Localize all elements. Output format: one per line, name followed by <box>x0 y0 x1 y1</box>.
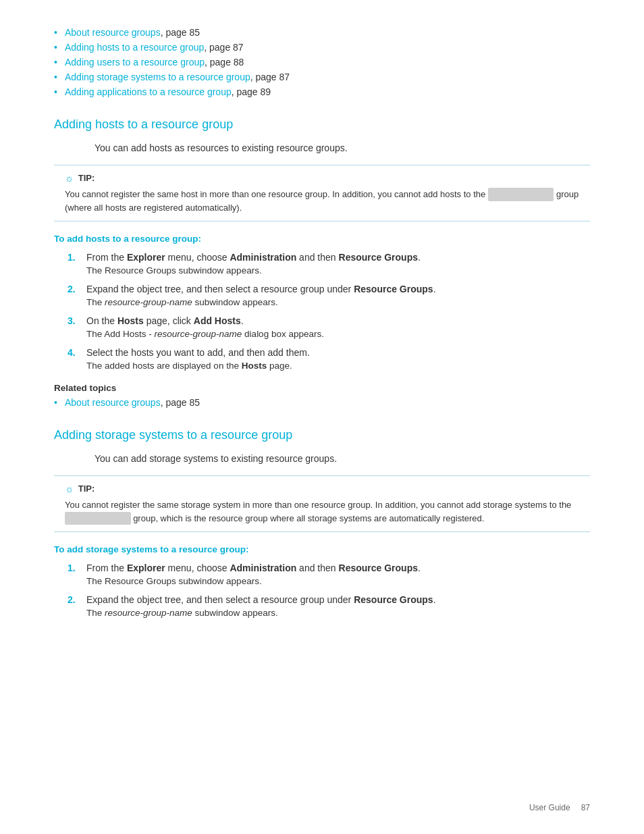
related-about-link[interactable]: About resource groups <box>65 397 161 408</box>
list-item: Adding hosts to a resource group, page 8… <box>54 42 590 53</box>
page: About resource groups, page 85 Adding ho… <box>0 0 644 834</box>
step-text-2: Expand the object tree, and then select … <box>86 284 436 294</box>
tip-box-1: ☼ TIP: You cannot register the same host… <box>54 165 590 221</box>
tip-body-1: You cannot register the same host in mor… <box>65 188 579 214</box>
step-num-2: 2. <box>68 284 80 294</box>
italic-text: resource-group-name <box>155 329 242 339</box>
step-num-1: 1. <box>68 252 80 263</box>
tip-icon-1: ☼ <box>65 172 74 184</box>
related-topics-item: About resource groups, page 85 <box>54 397 590 408</box>
step-3: 3. On the Hosts page, click Add Hosts. T… <box>68 315 590 339</box>
related-topics-1: Related topics About resource groups, pa… <box>54 383 590 408</box>
section2-subheading: To add storage systems to a resource gro… <box>54 544 590 554</box>
adding-applications-link[interactable]: Adding applications to a resource group <box>65 86 232 97</box>
blurred-1 <box>488 188 554 201</box>
step-text-3: On the Hosts page, click Add Hosts. <box>86 315 244 326</box>
related-suffix: , page 85 <box>161 397 200 408</box>
list-item-suffix: , page 89 <box>232 86 271 97</box>
about-resource-groups-link[interactable]: About resource groups <box>65 27 161 38</box>
section1-subheading: To add hosts to a resource group: <box>54 234 590 244</box>
footer-label: User Guide <box>529 803 570 812</box>
s2-step-num-2: 2. <box>68 594 80 605</box>
step-sub-3: The Add Hosts - resource-group-name dial… <box>86 329 590 339</box>
footer-page: 87 <box>581 803 590 812</box>
step-4: 4. Select the hosts you want to add, and… <box>68 347 590 371</box>
italic-text: resource-group-name <box>105 297 192 307</box>
list-item-suffix: , page 88 <box>205 57 244 68</box>
tip-header-1: ☼ TIP: <box>65 172 579 184</box>
italic-text: resource-group-name <box>105 608 192 618</box>
tip-label-1: TIP: <box>78 173 95 183</box>
s2-step-2: 2. Expand the object tree, and then sele… <box>68 594 590 618</box>
step-content-2: Expand the object tree, and then select … <box>86 284 590 307</box>
step-sub-4: The added hosts are displayed on the Hos… <box>86 361 590 371</box>
s2-step-sub-1: The Resource Groups subwindow appears. <box>86 576 590 586</box>
list-item: Adding users to a resource group, page 8… <box>54 57 590 68</box>
step-bold: Hosts <box>242 361 267 371</box>
step-text-4: Select the hosts you want to add, and th… <box>86 347 310 358</box>
step-text-1: From the Explorer menu, choose Administr… <box>86 252 421 263</box>
list-item: Adding storage systems to a resource gro… <box>54 72 590 82</box>
s2-step-1: 1. From the Explorer menu, choose Admini… <box>68 563 590 586</box>
list-item: Adding applications to a resource group,… <box>54 86 590 97</box>
step-content-3: On the Hosts page, click Add Hosts. The … <box>86 315 590 339</box>
step-bold: Administration <box>230 252 296 263</box>
tip-header-2: ☼ TIP: <box>65 483 579 494</box>
tip-box-2: ☼ TIP: You cannot register the same stor… <box>54 475 590 532</box>
related-topics-list: About resource groups, page 85 <box>54 397 590 408</box>
step-bold: Resource Groups <box>339 563 418 573</box>
step-bold: Resource Groups <box>339 252 418 263</box>
related-topics-label: Related topics <box>54 383 590 393</box>
step-bold: Hosts <box>117 315 144 326</box>
step-sub-1: The Resource Groups subwindow appears. <box>86 265 590 276</box>
list-item-suffix: , page 87 <box>250 72 290 82</box>
s2-step-num-1: 1. <box>68 563 80 573</box>
step-bold: Administration <box>230 563 296 573</box>
list-item: About resource groups, page 85 <box>54 27 590 38</box>
tip-label-2: TIP: <box>78 484 95 494</box>
blurred-2 <box>65 512 131 525</box>
s2-step-sub-2: The resource-group-name subwindow appear… <box>86 608 590 618</box>
step-1: 1. From the Explorer menu, choose Admini… <box>68 252 590 276</box>
step-2: 2. Expand the object tree, and then sele… <box>68 284 590 307</box>
step-bold: Add Hosts <box>194 315 241 326</box>
adding-storage-link[interactable]: Adding storage systems to a resource gro… <box>65 72 250 82</box>
step-bold: Resource Groups <box>354 594 433 605</box>
section2-heading: Adding storage systems to a resource gro… <box>54 428 590 442</box>
s2-step-text-2: Expand the object tree, and then select … <box>86 594 436 605</box>
list-item-suffix: , page 87 <box>204 42 243 53</box>
step-sub-2: The resource-group-name subwindow appear… <box>86 297 590 307</box>
s2-step-text-1: From the Explorer menu, choose Administr… <box>86 563 421 573</box>
adding-users-link[interactable]: Adding users to a resource group <box>65 57 205 68</box>
section1-steps: 1. From the Explorer menu, choose Admini… <box>68 252 590 371</box>
step-num-4: 4. <box>68 347 80 358</box>
step-bold: Resource Groups <box>354 284 433 294</box>
adding-hosts-link[interactable]: Adding hosts to a resource group <box>65 42 204 53</box>
section2-steps: 1. From the Explorer menu, choose Admini… <box>68 563 590 618</box>
section1-intro: You can add hosts as resources to existi… <box>95 141 590 155</box>
top-list: About resource groups, page 85 Adding ho… <box>54 27 590 97</box>
s2-step-content-2: Expand the object tree, and then select … <box>86 594 590 618</box>
tip-icon-2: ☼ <box>65 483 74 494</box>
footer: User Guide 87 <box>529 803 590 812</box>
s2-step-content-1: From the Explorer menu, choose Administr… <box>86 563 590 586</box>
tip-body-2: You cannot register the same storage sys… <box>65 498 579 525</box>
step-bold: Explorer <box>127 563 165 573</box>
section1-heading: Adding hosts to a resource group <box>54 118 590 132</box>
section2-intro: You can add storage systems to existing … <box>95 452 590 466</box>
step-content-4: Select the hosts you want to add, and th… <box>86 347 590 371</box>
list-item-suffix: , page 85 <box>161 27 200 38</box>
step-num-3: 3. <box>68 315 80 326</box>
step-content-1: From the Explorer menu, choose Administr… <box>86 252 590 276</box>
step-bold: Explorer <box>127 252 165 263</box>
